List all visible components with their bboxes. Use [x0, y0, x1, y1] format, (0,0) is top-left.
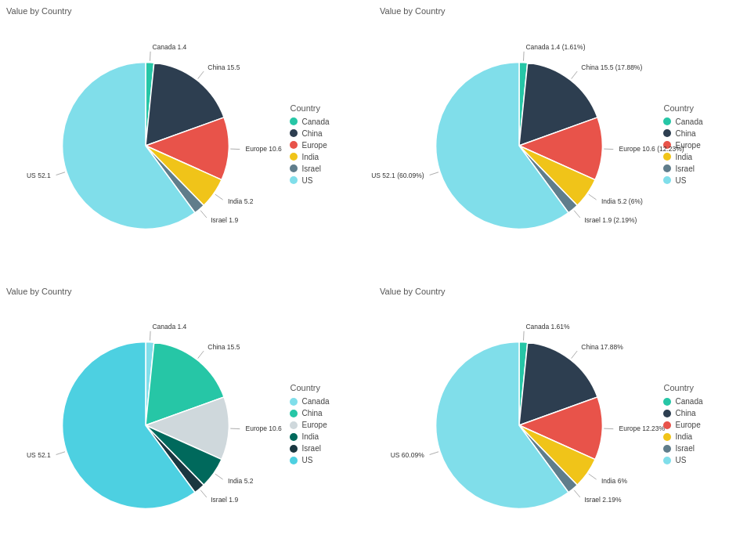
- svg-text:US 52.1: US 52.1: [27, 452, 51, 460]
- chart-title-3: Value by Country: [6, 287, 370, 296]
- legend-color-dot: [290, 164, 298, 172]
- legend-color-dot: [290, 117, 298, 125]
- chart-area-3: Canada 1.4China 15.5Europe 10.6India 5.2…: [6, 298, 370, 555]
- svg-line-14: [572, 71, 577, 79]
- legend-label: Europe: [301, 421, 327, 429]
- svg-line-18: [589, 194, 597, 200]
- svg-text:Europe 10.6 (12.23%): Europe 10.6 (12.23%): [619, 145, 684, 153]
- svg-text:India 5.2: India 5.2: [228, 197, 254, 205]
- legend-item: US: [290, 456, 329, 464]
- legend-color-dot: [663, 398, 671, 406]
- svg-text:Europe 10.6: Europe 10.6: [246, 145, 283, 153]
- legend-label: US: [675, 176, 686, 185]
- pie-wrap-3: Canada 1.4China 15.5Europe 10.6India 5.2…: [47, 316, 282, 535]
- legend-label: Canada: [301, 397, 329, 406]
- chart-area-4: Canada 1.61%China 17.88%Europe 12.23%Ind…: [380, 298, 744, 555]
- svg-line-20: [575, 210, 581, 217]
- svg-line-4: [231, 149, 240, 150]
- legend-title-4: Country: [663, 383, 702, 392]
- legend-label: US: [301, 456, 312, 464]
- legend-label: China: [301, 409, 322, 417]
- svg-text:China 15.5 (17.88%): China 15.5 (17.88%): [582, 63, 643, 71]
- chart-title-1: Value by Country: [6, 6, 370, 16]
- svg-line-44: [575, 490, 581, 497]
- legend-label: US: [675, 456, 686, 464]
- legend-item: Europe: [290, 141, 329, 150]
- legend-title-1: Country: [290, 103, 329, 113]
- legend-color-dot: [663, 176, 671, 184]
- svg-line-38: [572, 351, 577, 359]
- legend-color-dot: [663, 153, 671, 161]
- svg-text:China 17.88%: China 17.88%: [582, 344, 624, 352]
- legend-3: CountryCanadaChinaEuropeIndiaIsraelUS: [290, 383, 329, 468]
- legend-color-dot: [663, 410, 671, 417]
- legend-title-2: Country: [663, 103, 702, 113]
- svg-line-46: [430, 452, 438, 455]
- legend-color-dot: [290, 129, 298, 137]
- legend-label: Europe: [301, 141, 327, 150]
- svg-line-2: [198, 71, 204, 79]
- legend-label: Canada: [675, 397, 702, 406]
- legend-item: US: [663, 176, 702, 185]
- svg-text:Europe 10.6: Europe 10.6: [246, 425, 283, 432]
- svg-line-8: [201, 210, 208, 217]
- chart-cell-1: Value by CountryCanada 1.4China 15.5Euro…: [0, 0, 374, 280]
- legend-item: China: [663, 129, 702, 138]
- legend-label: India: [301, 432, 319, 441]
- svg-line-36: [524, 331, 525, 341]
- legend-item: Europe: [290, 421, 329, 429]
- chart-area-1: Canada 1.4China 15.5Europe 10.6India 5.2…: [6, 17, 370, 274]
- legend-item: Israel: [663, 444, 702, 453]
- svg-text:Canada 1.4: Canada 1.4: [153, 323, 187, 331]
- legend-4: CountryCanadaChinaEuropeIndiaIsraelUS: [663, 383, 702, 468]
- legend-color-dot: [290, 176, 298, 184]
- svg-text:India 5.2: India 5.2: [228, 478, 254, 486]
- legend-color-dot: [663, 117, 671, 125]
- svg-line-40: [604, 428, 614, 429]
- legend-label: China: [301, 129, 322, 138]
- chart-cell-3: Value by CountryCanada 1.4China 15.5Euro…: [0, 280, 374, 561]
- legend-color-dot: [663, 445, 671, 453]
- svg-text:Europe 12.23%: Europe 12.23%: [619, 425, 666, 432]
- legend-item: China: [290, 409, 329, 417]
- legend-1: CountryCanadaChinaEuropeIndiaIsraelUS: [290, 103, 329, 188]
- svg-text:Israel 2.19%: Israel 2.19%: [585, 496, 622, 504]
- legend-item: India: [290, 432, 329, 441]
- svg-text:Israel 1.9: Israel 1.9: [211, 216, 239, 224]
- svg-text:China 15.5: China 15.5: [208, 63, 240, 71]
- legend-label: Israel: [675, 164, 694, 173]
- svg-line-6: [215, 194, 223, 200]
- chart-cell-4: Value by CountryCanada 1.61%China 17.88%…: [374, 280, 747, 561]
- legend-label: China: [675, 409, 695, 417]
- svg-text:Canada 1.4 (1.61%): Canada 1.4 (1.61%): [526, 43, 586, 51]
- legend-color-dot: [290, 410, 298, 417]
- svg-line-34: [56, 452, 65, 455]
- legend-label: Europe: [675, 421, 700, 429]
- chart-cell-2: Value by CountryCanada 1.4 (1.61%)China …: [374, 0, 747, 280]
- svg-text:Canada 1.61%: Canada 1.61%: [526, 323, 571, 331]
- legend-label: US: [301, 176, 312, 185]
- svg-text:US 52.1 (60.09%): US 52.1 (60.09%): [372, 172, 425, 179]
- svg-text:China 15.5: China 15.5: [208, 344, 240, 352]
- svg-line-32: [201, 490, 208, 497]
- legend-label: India: [675, 432, 692, 441]
- legend-color-dot: [290, 141, 298, 149]
- legend-color-dot: [663, 129, 671, 137]
- svg-text:India 6%: India 6%: [601, 478, 628, 486]
- chart-title-2: Value by Country: [380, 6, 744, 16]
- legend-item: Canada: [290, 117, 329, 126]
- pie-wrap-2: Canada 1.4 (1.61%)China 15.5 (17.88%)Eur…: [420, 36, 655, 255]
- svg-text:US 60.09%: US 60.09%: [391, 452, 424, 460]
- legend-label: Canada: [301, 117, 329, 126]
- svg-text:Israel 1.9 (2.19%): Israel 1.9 (2.19%): [585, 216, 637, 224]
- svg-line-16: [604, 149, 614, 150]
- svg-line-30: [215, 474, 223, 479]
- svg-line-22: [430, 172, 438, 175]
- chart-title-4: Value by Country: [380, 287, 744, 296]
- svg-line-42: [589, 474, 597, 479]
- legend-color-dot: [663, 164, 671, 172]
- chart-area-2: Canada 1.4 (1.61%)China 15.5 (17.88%)Eur…: [380, 17, 744, 274]
- svg-line-28: [231, 428, 240, 429]
- legend-label: China: [675, 129, 695, 138]
- legend-item: India: [663, 432, 702, 441]
